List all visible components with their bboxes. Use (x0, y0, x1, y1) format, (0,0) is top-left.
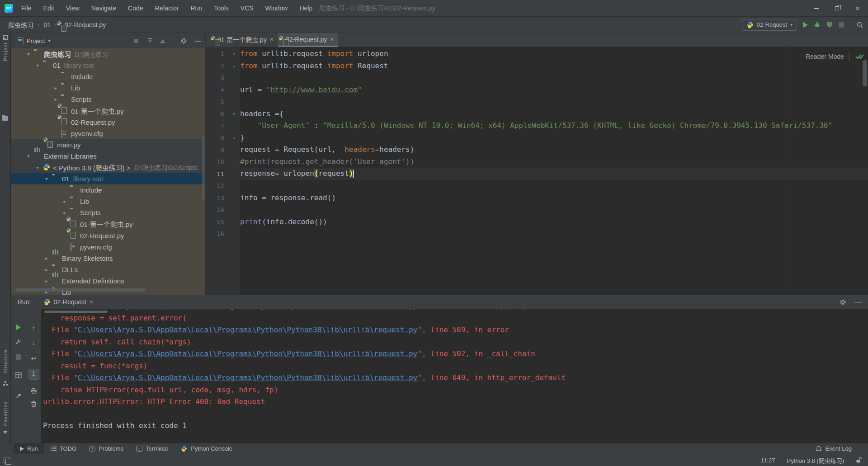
code-line-16[interactable]: 16 (206, 228, 868, 240)
close-icon[interactable]: × (90, 298, 93, 306)
tree-item-< Python 3.8 (爬虫练习) >[interactable]: ▾ < Python 3.8 (爬虫练习) >D:\爬虫练习\01\Script… (11, 162, 205, 173)
tool-window-button-favorites[interactable]: Favorites ★ (0, 401, 10, 435)
code-line-7[interactable]: 7 "User-Agent" : "Mozilla/5.0 (Windows N… (206, 120, 868, 132)
horizontal-scrollbar[interactable] (15, 288, 146, 292)
scroll-to-end-button[interactable]: ↧ (26, 369, 41, 380)
fold-marker-icon[interactable]: ▾ (228, 52, 240, 56)
menu-vcs[interactable]: VCS (235, 0, 259, 17)
tree-item-02-Request.py[interactable]: 02-Request.py (11, 230, 205, 241)
chevron-down-icon[interactable]: ▾ (25, 52, 32, 56)
tree-item-Lib[interactable]: ▸Lib (11, 82, 205, 94)
chevron-down-icon[interactable]: ▾ (34, 165, 41, 170)
toolwindow-button-terminal[interactable]: ›_Terminal (130, 443, 174, 454)
chevron-down-icon[interactable]: ▾ (43, 176, 50, 181)
tree-item-Lib[interactable]: ▸Lib (11, 196, 205, 207)
tree-item-External Libraries[interactable]: ▾External Libraries (11, 151, 205, 162)
tree-item-pyvenv.cfg[interactable]: pyvenv.cfg (11, 241, 205, 253)
code-line-8[interactable]: 8▴} (206, 132, 868, 144)
code-line-3[interactable]: 3 (206, 72, 868, 84)
code-line-11[interactable]: 11response= urlopen(request) (206, 168, 868, 180)
chevron-right-icon[interactable]: ▸ (43, 267, 50, 272)
toolwindow-button-python-console[interactable]: Python Console (174, 443, 239, 454)
chevron-right-icon[interactable]: ▸ (52, 97, 59, 102)
code-line-9[interactable]: 9request = Request(url, headers=headers) (206, 144, 868, 156)
toolwindow-button-problems[interactable]: !Problems (83, 443, 130, 454)
tree-item-Include[interactable]: Include (11, 184, 205, 196)
rerun-button[interactable] (11, 324, 26, 330)
tree-item-01-第一个爬虫.py[interactable]: 01-第一个爬虫.py (11, 105, 205, 116)
chevron-right-icon[interactable]: ▸ (61, 199, 68, 204)
inspections-ok-icon[interactable] (855, 53, 864, 60)
code-line-2[interactable]: 2▴from urllib.request import Request (206, 60, 868, 72)
unlock-icon[interactable] (856, 457, 862, 463)
pin-icon[interactable] (11, 393, 26, 399)
close-icon[interactable]: × (270, 36, 274, 43)
tree-item-01-第一个爬虫.py[interactable]: 01-第一个爬虫.py (11, 218, 205, 230)
tree-item-pyvenv.cfg[interactable]: pyvenv.cfg (11, 128, 205, 139)
code-line-6[interactable]: 6▾headers ={ (206, 108, 868, 120)
tab-01-first-spider[interactable]: 01-第一个爬虫.py × (210, 33, 278, 47)
locate-file-button[interactable]: ⊕ (132, 37, 140, 45)
chevron-right-icon[interactable]: ▸ (61, 210, 68, 215)
menu-run[interactable]: Run (184, 0, 208, 17)
tree-item-Binary Skeletons[interactable]: ▸Binary Skeletons (11, 253, 205, 264)
menu-edit[interactable]: Edit (38, 0, 60, 17)
menu-navigate[interactable]: Navigate (85, 0, 122, 17)
toolwindow-button-run[interactable]: Run (14, 443, 44, 454)
run-console[interactable]: File "C:\Users\Arya.S.D\AppData\Local\Pr… (41, 309, 868, 443)
print-button[interactable] (26, 387, 41, 394)
hide-panel-button[interactable]: — (854, 298, 862, 306)
tree-item-01[interactable]: ▾01library root (11, 60, 205, 71)
menu-help[interactable]: Help (293, 0, 318, 17)
chevron-right-icon[interactable]: ▸ (43, 278, 50, 283)
run-tab[interactable]: 02-Request × (43, 298, 94, 306)
menu-refactor[interactable]: Refactor (149, 0, 185, 17)
restore-button[interactable] (826, 0, 847, 17)
breadcrumb-file[interactable]: 02-Request.py (65, 21, 106, 28)
event-log-button[interactable]: Event Log (816, 445, 852, 452)
chevron-down-icon[interactable]: ▾ (34, 63, 41, 68)
stack-trace-link[interactable]: C:\Users\Arya.S.D\AppData\Local\Programs… (78, 349, 417, 358)
menu-view[interactable]: View (60, 0, 85, 17)
menu-tools[interactable]: Tools (208, 0, 235, 17)
debug-button[interactable] (814, 21, 821, 28)
close-button[interactable]: × (847, 0, 868, 17)
tree-item-Extended Definitions[interactable]: ▸Extended Definitions (11, 275, 205, 287)
wrench-icon[interactable] (11, 339, 26, 345)
tool-window-switcher-icon[interactable] (4, 457, 9, 463)
horizontal-scrollbar[interactable] (44, 311, 108, 313)
code-editor[interactable]: 1▾from urllib.request import urlopen2▴fr… (206, 47, 868, 295)
code-line-14[interactable]: 14 (206, 204, 868, 216)
search-icon[interactable] (856, 21, 863, 28)
coverage-button[interactable] (826, 21, 833, 28)
breadcrumb-folder[interactable]: 01 (43, 21, 51, 28)
tree-item-02-Request.py[interactable]: 02-Request.py (11, 117, 205, 128)
tool-window-button-folder[interactable] (0, 115, 10, 121)
stack-trace-link[interactable]: C:\Users\Arya.S.D\AppData\Local\Programs… (78, 373, 417, 382)
menu-window[interactable]: Window (259, 0, 294, 17)
code-line-1[interactable]: 1▾from urllib.request import urlopen (206, 48, 868, 60)
code-line-10[interactable]: 10#print(request.get_header('User-agent'… (206, 156, 868, 168)
collapse-all-button[interactable] (159, 37, 167, 45)
fold-marker-icon[interactable]: ▾ (228, 112, 240, 116)
tree-item-Include[interactable]: Include (11, 71, 205, 82)
minimize-button[interactable] (806, 0, 826, 17)
code-line-4[interactable]: 4url = "http://www.baidu.com" (206, 84, 868, 96)
code-line-12[interactable]: 12 (206, 180, 868, 192)
menu-file[interactable]: File (15, 0, 38, 17)
clear-all-button[interactable] (26, 401, 41, 407)
chevron-down-icon[interactable]: ▾ (25, 154, 32, 159)
stack-trace-link[interactable]: C:\Users\Arya.S.D\AppData\Local\Programs… (78, 309, 417, 310)
tree-item-01[interactable]: ▾01library root (11, 173, 205, 184)
interpreter-widget[interactable]: Python 3.8 (爬虫练习) (787, 456, 844, 465)
tool-window-button-structure[interactable]: Structure (0, 349, 10, 386)
menu-code[interactable]: Code (122, 0, 149, 17)
expand-all-button[interactable] (146, 37, 154, 45)
run-configuration-select[interactable]: 02-Request ▾ (742, 19, 797, 31)
tree-item-爬虫练习[interactable]: ▾爬虫练习D:\爬虫练习 (11, 48, 205, 60)
reader-mode-label[interactable]: Reader Mode (806, 53, 844, 60)
gear-icon[interactable] (179, 37, 188, 45)
prev-occurrence-button[interactable]: ↑ (26, 324, 41, 332)
fold-marker-icon[interactable]: ▴ (228, 136, 240, 140)
code-line-15[interactable]: 15print(info.decode()) (206, 216, 868, 228)
